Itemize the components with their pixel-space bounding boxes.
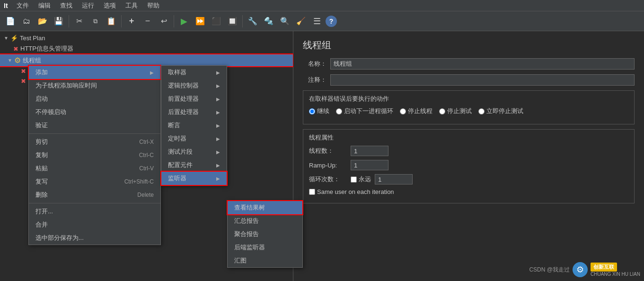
sub-assertion[interactable]: 断言 ▶ — [161, 119, 227, 132]
ctx-merge[interactable]: 合并 — [29, 218, 160, 231]
ctx-save-selection[interactable]: 选中部分保存为... — [29, 231, 160, 245]
stop-all-button[interactable]: 🔲 — [225, 14, 240, 29]
sub-listener[interactable]: 监听器 ▶ — [161, 172, 227, 185]
watermark: CSDN @我走过 ⚙ 创新互联 CHUANG XIN HU LIAN — [529, 262, 640, 277]
ctx-shortcut: Ctrl+Shift-C — [124, 178, 154, 185]
sub-view-results-tree[interactable]: 查看结果树 — [228, 201, 302, 214]
tools-button2[interactable]: 🔩 — [261, 14, 276, 29]
add-button[interactable]: + — [124, 14, 139, 29]
sub-config[interactable]: 配置元件 ▶ — [161, 158, 227, 172]
run-all-button[interactable]: ⏩ — [193, 14, 208, 29]
radio-stop-thread[interactable]: 停止线程 — [400, 107, 432, 115]
menu-file[interactable]: 文件 — [12, 0, 34, 11]
thread-count-input[interactable] — [351, 146, 388, 156]
sub-label: 监听器 — [168, 174, 186, 183]
sub-aggregate-report[interactable]: 聚合报告 — [228, 228, 302, 241]
search-toolbar-button[interactable]: 🔍 — [277, 14, 292, 29]
tree-item-test-plan[interactable]: ▼ ⚡ Test Plan — [0, 33, 293, 43]
sub-arrow: ▶ — [216, 83, 220, 88]
ctx-start[interactable]: 启动 — [29, 92, 160, 105]
http-header-icon: ✖ — [13, 45, 18, 53]
sub-label: 定时器 — [168, 134, 186, 143]
tools-button1[interactable]: 🔧 — [245, 14, 260, 29]
menu-tools[interactable]: 工具 — [121, 0, 142, 11]
radio-next-loop[interactable]: 启动下一进程循环 — [336, 107, 393, 115]
radio-stop-test[interactable]: 停止测试 — [439, 107, 472, 115]
ctx-open[interactable]: 打开... — [29, 205, 160, 218]
help-button[interactable]: ? — [326, 16, 337, 27]
ctx-start-no-pause[interactable]: 不停顿启动 — [29, 105, 160, 119]
submenu-monitor: 查看结果树 汇总报告 聚合报告 后端监听器 汇图 — [227, 201, 303, 268]
copy-button[interactable]: ⧉ — [88, 14, 103, 29]
loop-forever-label[interactable]: 永远 — [351, 175, 371, 184]
ctx-label: 删除 — [35, 191, 48, 199]
sub-test-fragment[interactable]: 测试片段 ▶ — [161, 145, 227, 158]
ctx-delete[interactable]: 删除 Delete — [29, 188, 160, 202]
same-user-checkbox[interactable] — [309, 189, 315, 195]
ctx-copy[interactable]: 复制 Ctrl-C — [29, 149, 160, 162]
ctx-paste[interactable]: 粘贴 Ctrl-V — [29, 162, 160, 175]
ctx-verify[interactable]: 验证 — [29, 119, 160, 132]
sub-post-processor[interactable]: 后置处理器 ▶ — [161, 105, 227, 119]
save-button[interactable]: 💾 — [51, 14, 66, 29]
menu-find[interactable]: 查找 — [55, 0, 77, 11]
list-button[interactable]: ☰ — [309, 14, 325, 29]
ctx-add-arrow: ▶ — [150, 70, 154, 75]
loop-forever-checkbox[interactable] — [351, 176, 357, 183]
toolbar: 📄 🗂 📂 💾 ✂ ⧉ 📋 + − ↩ ▶ ⏩ ⬛ 🔲 🔧 🔩 🔍 🧹 ☰ ? — [0, 11, 644, 31]
paste-button[interactable]: 📋 — [104, 14, 119, 29]
new-button[interactable]: 📄 — [3, 14, 18, 29]
comment-input[interactable] — [330, 74, 635, 86]
thread-count-row: 线程数： — [309, 146, 628, 156]
sub-logic[interactable]: 逻辑控制器 ▶ — [161, 79, 227, 92]
error-radio-group: 继续 启动下一进程循环 停止线程 停止测试 立即停止测试 — [309, 107, 628, 115]
template-button[interactable]: 🗂 — [19, 14, 34, 29]
sub-pre-processor[interactable]: 前置处理器 ▶ — [161, 92, 227, 105]
menu-run[interactable]: 运行 — [77, 0, 99, 11]
clear-button[interactable]: 🧹 — [293, 14, 309, 29]
ctx-add-response-time[interactable]: 为子线程添加响应时间 — [29, 79, 160, 92]
right-panel: 线程组 名称： 注释： 在取样器错误后要执行的动作 继续 启动下一进程循环 停止… — [293, 31, 644, 281]
sub-sampler[interactable]: 取样器 ▶ — [161, 66, 227, 79]
ctx-cut[interactable]: 剪切 Ctrl-X — [29, 135, 160, 149]
sub-backend-listener[interactable]: 后端监听器 — [228, 241, 302, 254]
ctx-shortcut: Delete — [137, 192, 154, 198]
sub-label: 断言 — [168, 121, 180, 130]
ctx-duplicate[interactable]: 复写 Ctrl+Shift-C — [29, 175, 160, 188]
ramp-up-row: Ramp-Up: — [309, 160, 628, 170]
open-button[interactable]: 📂 — [35, 14, 50, 29]
sub-arrow: ▶ — [216, 110, 220, 115]
sub-timer[interactable]: 定时器 ▶ — [161, 132, 227, 145]
sub-summary-report[interactable]: 汇总报告 — [228, 214, 302, 228]
sub-label: 聚合报告 — [234, 230, 259, 238]
menu-edit[interactable]: 编辑 — [34, 0, 55, 11]
tree-item-thread-group[interactable]: ▼ ⚙ 线程组 — [0, 54, 293, 66]
ctx-label: 粘贴 — [35, 164, 48, 173]
ctx-label: 剪切 — [35, 138, 48, 146]
cut-button[interactable]: ✂ — [71, 14, 87, 29]
name-label: 名称： — [303, 60, 326, 68]
ramp-up-input[interactable] — [351, 160, 388, 170]
sub-label: 前置处理器 — [168, 95, 199, 103]
remove-button[interactable]: − — [140, 14, 155, 29]
comment-row: 注释： — [303, 74, 635, 86]
loop-input[interactable] — [375, 174, 413, 184]
menu-help[interactable]: 帮助 — [142, 0, 164, 11]
thread-props-title: 线程属性 — [309, 133, 628, 142]
run-button[interactable]: ▶ — [176, 14, 192, 29]
logo-main: 创新互联 — [591, 263, 617, 272]
same-user-label[interactable]: Same user on each iteration — [309, 188, 394, 195]
undo-button[interactable]: ↩ — [156, 14, 171, 29]
menu-options[interactable]: 选项 — [99, 0, 121, 11]
tree-item-http-header[interactable]: ✖ HTTP信息头管理器 — [0, 43, 293, 54]
sub-chart[interactable]: 汇图 — [228, 254, 302, 267]
ctx-label: 合并 — [35, 220, 48, 229]
stop-button[interactable]: ⬛ — [209, 14, 224, 29]
ctx-add[interactable]: 添加 ▶ — [29, 66, 160, 79]
radio-stop-test-now[interactable]: 立即停止测试 — [478, 107, 523, 115]
csdn-text: CSDN @我走过 — [529, 266, 570, 274]
name-input[interactable] — [330, 58, 635, 70]
radio-continue[interactable]: 继续 — [309, 107, 329, 115]
sub-arrow: ▶ — [216, 163, 220, 168]
error-section-title: 在取样器错误后要执行的动作 — [309, 95, 628, 103]
